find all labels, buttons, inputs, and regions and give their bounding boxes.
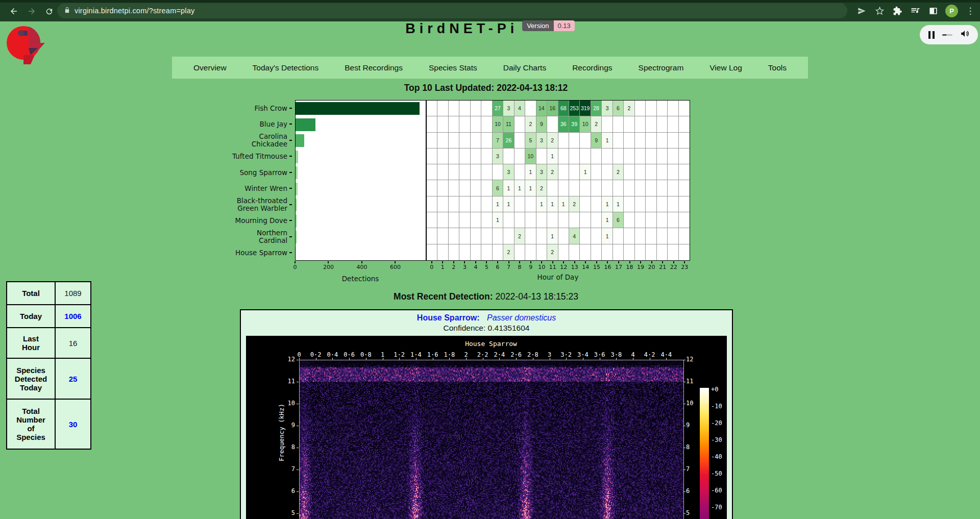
heatmap-cell — [624, 149, 634, 164]
version-label: Version — [522, 20, 553, 31]
heatmap-cell: 2 — [547, 133, 558, 149]
heatmap-cell: 3 — [493, 149, 503, 164]
reload-icon[interactable] — [40, 3, 58, 20]
profile-avatar[interactable]: P — [945, 5, 958, 17]
heatmap-cell — [514, 164, 525, 180]
stats-value[interactable]: 30 — [55, 399, 91, 449]
heatmap-cell — [635, 101, 646, 116]
spectrogram-freq-tick: 5 — [686, 509, 705, 516]
heatmap-cell: 2 — [613, 164, 624, 180]
axis-tick — [530, 261, 531, 263]
heatmap-cell — [525, 228, 536, 244]
heatmap-cell — [624, 244, 634, 260]
url-bar[interactable]: virginia.birdnetpi.com/?stream=play — [57, 3, 847, 18]
species-label: Mourning Dove — [168, 213, 292, 229]
heatmap-cell — [427, 149, 437, 164]
heatmap-cell — [459, 164, 470, 180]
stats-value[interactable]: 1006 — [55, 305, 91, 328]
heatmap-cell — [580, 180, 591, 196]
nav-item-recordings[interactable]: Recordings — [572, 63, 612, 72]
extensions-puzzle-icon[interactable] — [892, 5, 903, 16]
spectrogram-time-tickmark — [650, 358, 650, 360]
heatmap-cell — [613, 116, 624, 132]
nav-item-species-stats[interactable]: Species Stats — [429, 63, 477, 72]
spectrogram-time-tick: 3·2 — [560, 351, 572, 358]
menu-dots-icon[interactable]: ⋮ — [965, 5, 976, 16]
spectrogram-freq-tick: 8 — [276, 443, 295, 451]
url-text: virginia.birdnetpi.com/?stream=play — [75, 7, 194, 15]
hour-tick-label: 8 — [518, 264, 522, 270]
heatmap-cell — [635, 180, 646, 196]
heatmap-cell — [449, 244, 459, 260]
audio-player[interactable] — [920, 25, 978, 44]
heatmap-cell — [449, 133, 459, 149]
audio-seek-bar[interactable] — [942, 34, 952, 36]
nav-item-today-s-detections[interactable]: Today's Detections — [253, 63, 319, 72]
nav-item-overview[interactable]: Overview — [193, 63, 227, 72]
heatmap-cell — [668, 164, 678, 180]
spectrogram-panel: House Sparrow Frequency (kHz) 00·20·40·6… — [246, 336, 727, 519]
heatmap-cell — [427, 196, 437, 212]
hour-tick-label: 15 — [593, 264, 600, 270]
detections-bar — [296, 134, 304, 147]
spectrogram-time-tick: 4 — [631, 351, 634, 358]
heatmap-cell — [580, 244, 591, 260]
nav-item-daily-charts[interactable]: Daily Charts — [503, 63, 546, 72]
heatmap-cell — [591, 164, 602, 180]
heatmap-cell: 6 — [613, 212, 624, 228]
stats-value[interactable]: 25 — [55, 358, 91, 399]
heatmap-cell — [459, 212, 470, 228]
hour-tick-label: 23 — [681, 264, 688, 270]
playlist-extension-icon[interactable] — [910, 5, 921, 16]
heatmap-cell — [437, 164, 448, 180]
heatmap-cell — [449, 228, 459, 244]
spectrogram-time-tickmark — [666, 358, 667, 360]
spectrogram-freq-tickmark — [683, 469, 685, 470]
volume-icon[interactable] — [960, 29, 969, 40]
heatmap-cell — [613, 149, 624, 164]
heatmap-cell — [449, 164, 459, 180]
spectrogram-freq-tick: 11 — [686, 378, 705, 385]
send-to-device-icon[interactable] — [856, 5, 867, 16]
hour-tick-label: 10 — [538, 264, 545, 270]
spectrogram-time-tickmark — [516, 358, 517, 360]
spectrogram-time-tick: 0 — [297, 351, 301, 358]
heatmap-cell: 1 — [547, 228, 558, 244]
recent-detection-box: House Sparrow: Passer domesticus Confide… — [240, 309, 733, 519]
spectrogram-time-tickmark — [533, 358, 533, 360]
heatmap-cell — [668, 116, 678, 132]
chart-species-labels: Fish CrowBlue JayCarolinaChickadeeTufted… — [168, 100, 292, 261]
species-label: House Sparrow — [168, 245, 292, 261]
heatmap-cell — [493, 244, 503, 260]
back-icon[interactable] — [5, 3, 22, 20]
heatmap-cell — [459, 116, 470, 132]
spectrogram-time-tick: 0·8 — [360, 351, 372, 358]
heatmap-cell: 2 — [624, 101, 634, 116]
spectrogram-freq-tickmark — [683, 382, 685, 382]
pause-icon[interactable] — [928, 31, 935, 39]
heatmap-cell: 1 — [547, 196, 558, 212]
heatmap-cell — [646, 180, 656, 196]
heatmap-cell — [547, 212, 558, 228]
stats-value: 1089 — [55, 282, 91, 305]
stats-row: SpeciesDetectedToday25 — [7, 358, 91, 399]
heatmap-cell — [635, 196, 646, 212]
stats-row: LastHour16 — [7, 328, 91, 358]
hour-tick-label: 0 — [430, 264, 433, 270]
heatmap-cell — [481, 101, 492, 116]
heatmap-cell: 10 — [493, 116, 503, 132]
forward-icon[interactable] — [23, 3, 40, 20]
bookmark-star-icon[interactable] — [874, 5, 885, 16]
axis-tick — [464, 261, 465, 263]
hour-tick-label: 3 — [463, 264, 467, 270]
heatmap-cell — [646, 212, 656, 228]
heatmap-cell — [657, 212, 668, 228]
side-panel-icon[interactable] — [927, 5, 939, 16]
heatmap-cell: 1 — [602, 228, 612, 244]
spectrogram-freq-tickmark — [297, 448, 299, 448]
nav-item-spectrogram[interactable]: Spectrogram — [639, 63, 684, 72]
nav-item-best-recordings[interactable]: Best Recordings — [345, 63, 403, 72]
nav-item-tools[interactable]: Tools — [768, 63, 787, 72]
detection-species-name[interactable]: House Sparrow: — [417, 313, 480, 322]
nav-item-view-log[interactable]: View Log — [709, 63, 742, 72]
